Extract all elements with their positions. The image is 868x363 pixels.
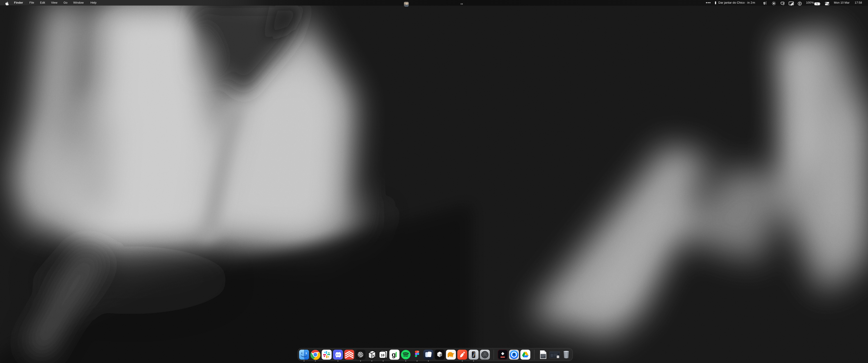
svg-text:N: N	[372, 354, 375, 358]
svg-text:g: g	[392, 351, 396, 358]
svg-text:10: 10	[381, 353, 384, 357]
svg-text:raycast: raycast	[501, 357, 505, 358]
svg-text:11: 11	[557, 356, 559, 358]
